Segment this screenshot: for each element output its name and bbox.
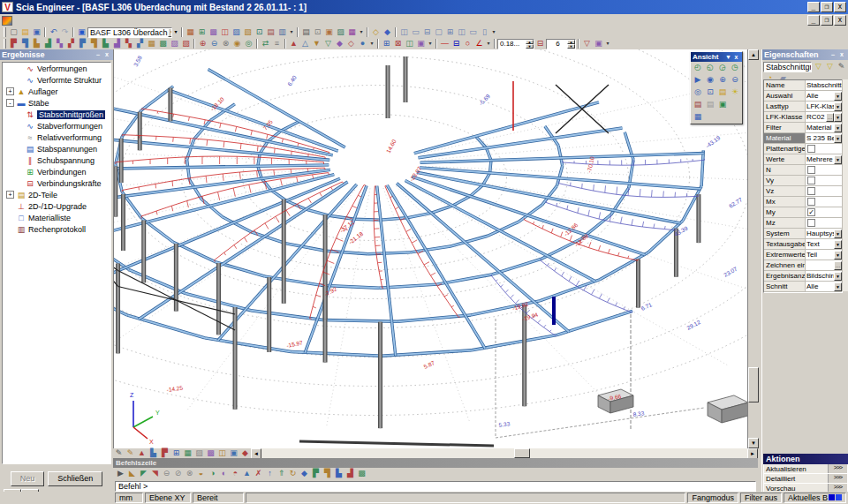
toolbar-icon[interactable]: ∠ [473, 39, 485, 49]
tree-item-verformte-struktur[interactable]: ∿Verformte Struktur [3, 74, 110, 86]
toolbar-icon[interactable]: ◫ [404, 39, 415, 49]
toolbar-icon[interactable]: ▨ [231, 27, 242, 38]
toolbar-icon[interactable]: ⊕ [197, 39, 208, 49]
property-value[interactable]: … [806, 260, 842, 270]
neu-button[interactable]: Neu [11, 471, 45, 486]
toolbar-icon[interactable]: ▟ [111, 39, 123, 49]
toolbar-icon[interactable]: ▙ [31, 39, 42, 49]
toolbar-icon[interactable]: ▦ [146, 39, 157, 49]
ellipsis-button[interactable]: … [834, 261, 842, 270]
toolbar-icon[interactable]: ▯ [479, 27, 490, 38]
property-value[interactable]: RC02 Lin…▼ [806, 112, 842, 122]
toolbar-icon[interactable]: ▞ [134, 39, 146, 49]
scroll-up-icon[interactable]: ▲ [748, 49, 759, 60]
chevron-down-icon[interactable]: ▼ [834, 282, 842, 291]
toolbar-icon[interactable]: ▶ [692, 75, 704, 87]
toolbar-icon[interactable]: ◑ [207, 469, 218, 479]
toolbar-icon[interactable]: ▧ [180, 39, 192, 49]
mdi-close-button[interactable]: x [834, 15, 846, 26]
toolbar-icon[interactable]: ▢ [8, 27, 19, 38]
checkbox[interactable] [807, 219, 815, 227]
toolbar-grip[interactable] [4, 27, 6, 37]
chevron-down-icon[interactable]: ▾ [604, 39, 611, 49]
toolbar-icon[interactable]: — [439, 39, 450, 49]
toolbar-icon[interactable]: ◓ [230, 469, 241, 479]
tree-item-schubspannung[interactable]: ∥Schubspannung [3, 154, 110, 166]
scroll-thumb[interactable] [514, 448, 530, 458]
property-value[interactable]: Teil▼ [806, 250, 842, 260]
toolbar-icon[interactable]: ▦ [692, 112, 704, 124]
toolbar-icon[interactable]: ▽ [813, 62, 824, 72]
toolbar-icon[interactable]: ⇄ [260, 39, 271, 49]
toolbar-icon[interactable]: ▽ [322, 39, 334, 49]
toolbar-icon[interactable]: ▟ [344, 469, 356, 479]
toolbar-icon[interactable]: ▼ [311, 39, 322, 49]
chevron-down-icon[interactable]: ▾ [490, 27, 497, 38]
toolbar-icon[interactable]: ⊟ [534, 39, 546, 49]
checkbox[interactable] [807, 187, 815, 195]
model-viewport[interactable]: -27.12-21.1814.60-23.07-19.92-19.94-15.9… [113, 49, 747, 448]
toolbar-icon[interactable]: ▧ [242, 27, 254, 38]
toolbar-icon[interactable]: ⊡ [312, 27, 323, 38]
scroll-left-icon[interactable]: ◄ [251, 448, 261, 459]
toolbar-icon[interactable]: ▟ [42, 39, 54, 49]
toolbar-icon[interactable]: ◇ [345, 39, 357, 49]
toolbar-icon[interactable]: ◫ [216, 448, 228, 459]
chevron-down-icon[interactable]: ▼ [834, 229, 842, 238]
property-value[interactable]: ✓ [806, 207, 842, 217]
toolbar-icon[interactable]: ⊠ [392, 39, 404, 49]
pin-icon[interactable]: ⎯ [94, 50, 102, 59]
property-value[interactable]: Mehrere Ko▼ [806, 154, 842, 164]
checkbox[interactable] [807, 145, 815, 153]
toolbar-icon[interactable]: ⊡ [254, 27, 265, 38]
toolbar-icon[interactable]: ▩ [356, 469, 367, 479]
toolbar-icon[interactable]: ≡ [271, 39, 283, 49]
model-canvas[interactable]: -27.12-21.1814.60-23.07-19.92-19.94-15.9… [114, 49, 747, 448]
action-aktualisieren[interactable]: Aktualisieren>>> [763, 464, 848, 474]
toolbar-icon[interactable]: ○ [462, 39, 473, 49]
toolbar-icon[interactable]: ▨ [193, 448, 205, 459]
status-filter[interactable]: Filter aus [740, 493, 782, 503]
checkbox[interactable]: ✓ [807, 208, 815, 216]
command-line-header[interactable]: Befehlszeile [113, 458, 758, 468]
scroll-down-icon[interactable]: ▼ [748, 438, 759, 448]
toolbar-icon[interactable]: ▣ [593, 39, 604, 49]
close-icon[interactable]: x [837, 50, 846, 59]
property-value[interactable]: Material▼ [806, 123, 842, 132]
toolbar-icon[interactable]: ▽ [581, 39, 593, 49]
toolbar-icon[interactable]: ⊞ [196, 27, 208, 38]
toolbar-icon[interactable]: ◉ [231, 39, 243, 49]
action-detailliert[interactable]: Detailliert>>> [763, 474, 848, 484]
property-value[interactable] [806, 165, 842, 175]
toolbar-icon[interactable]: ◉ [704, 75, 716, 87]
toolbar-icon[interactable]: ▣ [228, 448, 239, 459]
toolbar-icon[interactable]: ▤ [704, 100, 716, 111]
toolbar-icon[interactable]: ◇ [370, 27, 382, 38]
property-value[interactable] [806, 186, 842, 196]
toolbar-icon[interactable]: ▛ [310, 469, 322, 479]
toolbar-icon[interactable]: ◫ [398, 27, 410, 38]
property-value[interactable]: Stabschnittkr... [806, 80, 842, 90]
toolbar-icon[interactable]: ▭ [467, 27, 479, 38]
toolbar-icon[interactable]: ⇑ [276, 469, 287, 479]
toolbar-icon[interactable]: ◣ [126, 469, 138, 479]
toolbar-icon[interactable]: ⊖ [208, 39, 220, 49]
chevron-down-icon[interactable]: ▾ [485, 39, 492, 49]
tree-expander-icon[interactable]: + [6, 87, 14, 95]
toolbar-icon[interactable]: ↷ [59, 27, 71, 38]
schlie-en-button[interactable]: Schließen [48, 471, 102, 486]
toolbar-icon[interactable]: ▽ [824, 62, 836, 72]
property-value[interactable]: Alle▼ [806, 91, 842, 101]
tree-item-st-be[interactable]: -▬Stäbe [3, 97, 110, 109]
toolbar-icon[interactable]: ◷ [729, 63, 741, 74]
checkbox[interactable] [807, 166, 815, 174]
toolbar-icon[interactable]: ☀ [729, 87, 741, 99]
toolbar-icon[interactable]: ▣ [716, 100, 729, 111]
ellipsis-button[interactable]: … [826, 113, 834, 122]
toolbar-icon[interactable]: ⊞ [170, 448, 182, 459]
toolbar-icon[interactable]: ▣ [76, 27, 87, 38]
minimize-button[interactable]: _ [807, 2, 820, 12]
scroll-thumb[interactable] [748, 367, 759, 402]
toolbar-icon[interactable]: ▦ [182, 448, 193, 459]
toolbar-icon[interactable]: ▢ [433, 27, 444, 38]
